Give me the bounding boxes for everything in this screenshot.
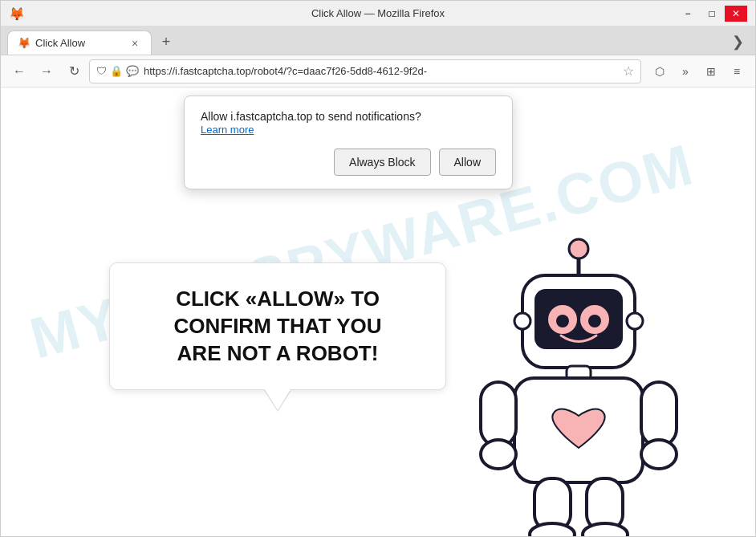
menu-button[interactable]: ≡ [725, 59, 749, 83]
browser-window: 🦊 Click Allow — Mozilla Firefox − □ ✕ 🦊 … [0, 0, 756, 537]
svg-rect-3 [534, 289, 623, 349]
tab-favicon: 🦊 [18, 37, 30, 50]
minimize-button[interactable]: − [677, 6, 699, 22]
nav-bar: ← → ↻ 🛡 🔒 💬 https://i.fastcaptcha.top/ro… [1, 55, 755, 87]
forward-button[interactable]: → [35, 59, 59, 83]
svg-point-13 [641, 440, 677, 469]
shield-icon: 🛡 [96, 65, 107, 77]
url-security-icons: 🛡 🔒 💬 [96, 65, 139, 77]
extensions-button[interactable]: ⊞ [699, 59, 723, 83]
popup-buttons: Always Block Allow [201, 148, 496, 176]
svg-rect-10 [481, 382, 516, 446]
tab-bar: 🦊 Click Allow × + ❯ [1, 26, 755, 55]
pocket-button[interactable]: ⬡ [648, 59, 672, 83]
svg-point-11 [481, 440, 516, 469]
lock-icon: 🔒 [110, 65, 123, 77]
window-controls: − □ ✕ [677, 6, 747, 22]
svg-point-15 [530, 523, 575, 536]
always-block-button[interactable]: Always Block [334, 148, 430, 176]
svg-point-17 [583, 523, 628, 536]
speech-bubble: CLICK «ALLOW» TO CONFIRM THAT YOU ARE NO… [109, 262, 446, 390]
new-tab-button[interactable]: + [155, 31, 177, 53]
notification-icon: 💬 [126, 65, 139, 77]
url-bar[interactable]: 🛡 🔒 💬 https://i.fastcaptcha.top/robot4/?… [89, 59, 641, 83]
svg-rect-12 [641, 382, 677, 446]
allow-button[interactable]: Allow [439, 148, 496, 176]
popup-title: Allow i.fastcaptcha.top to send notifica… [201, 110, 421, 123]
page-content: MYANTISPYWARE.COM Allow i.fastcaptcha.to… [1, 87, 755, 536]
notification-popup: Allow i.fastcaptcha.top to send notifica… [184, 96, 513, 189]
bookmark-star-icon[interactable]: ☆ [623, 63, 634, 79]
reload-button[interactable]: ↻ [62, 59, 86, 83]
robot-image [458, 231, 707, 536]
tab-title: Click Allow [35, 37, 122, 49]
speech-text-line1: CLICK «ALLOW» TO CONFIRM THAT YOU ARE NO… [136, 286, 420, 367]
svg-point-19 [627, 313, 643, 329]
tab-overflow-button[interactable]: ❯ [726, 31, 749, 53]
svg-point-7 [588, 315, 601, 327]
window-title: Click Allow — Mozilla Firefox [311, 7, 445, 19]
extensions-overflow-button[interactable]: » [673, 59, 697, 83]
back-button[interactable]: ← [7, 59, 31, 83]
active-tab[interactable]: 🦊 Click Allow × [7, 31, 152, 55]
close-button[interactable]: ✕ [725, 6, 747, 22]
title-bar: 🦊 Click Allow — Mozilla Firefox − □ ✕ [1, 1, 755, 26]
firefox-icon: 🦊 [9, 6, 23, 21]
svg-point-18 [514, 313, 530, 329]
svg-point-6 [556, 315, 569, 327]
maximize-button[interactable]: □ [701, 6, 723, 22]
url-text: https://i.fastcaptcha.top/robot4/?c=daac… [144, 65, 615, 77]
svg-point-1 [569, 239, 588, 258]
nav-extra-buttons: ⬡ » ⊞ ≡ [648, 59, 749, 83]
tab-close-button[interactable]: × [128, 37, 141, 50]
learn-more-link[interactable]: Learn more [201, 124, 496, 136]
